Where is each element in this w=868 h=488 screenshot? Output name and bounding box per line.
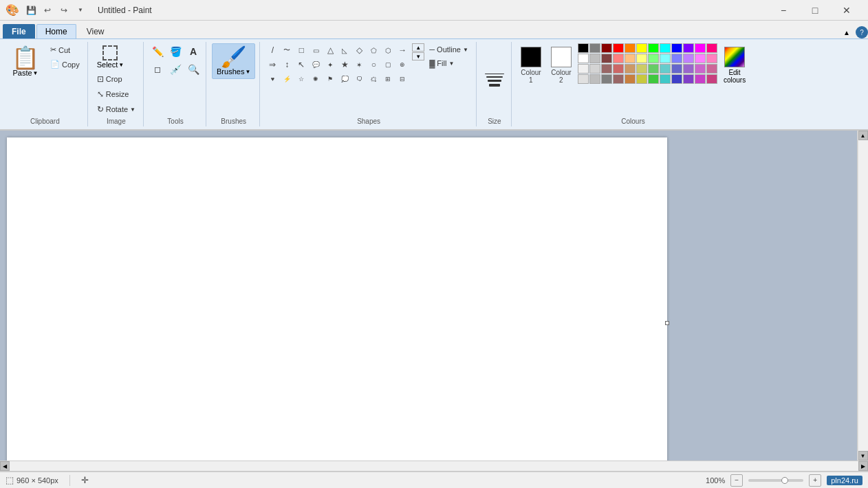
colour1-button[interactable]: Colour 1	[517, 43, 545, 87]
palette-color-3-7[interactable]	[648, 64, 659, 74]
close-button[interactable]: ✕	[831, 0, 862, 21]
pencil-tool[interactable]: ✏️	[149, 43, 166, 60]
palette-color-3-9[interactable]	[671, 64, 682, 74]
canvas-handle-right[interactable]	[665, 321, 669, 325]
palette-color-3-5[interactable]	[625, 64, 636, 74]
resize-button[interactable]: ⤡ Resize	[94, 87, 133, 101]
shape-tri[interactable]: △	[323, 43, 337, 57]
fill-tool[interactable]: 🪣	[167, 43, 184, 60]
shape-curve[interactable]: 〜	[280, 43, 294, 57]
rotate-dropdown-arrow[interactable]: ▼	[130, 107, 135, 113]
palette-color-1-2[interactable]	[589, 43, 600, 53]
palette-color-2-5[interactable]	[625, 54, 636, 63]
palette-color-4-3[interactable]	[601, 74, 612, 84]
shape-ellipse[interactable]: ○	[367, 58, 380, 71]
size-selector[interactable]	[482, 71, 507, 89]
palette-color-4-7[interactable]	[648, 74, 659, 84]
palette-color-4-5[interactable]	[625, 74, 636, 84]
shape-diamond[interactable]: ◇	[352, 43, 366, 57]
palette-color-1-3[interactable]	[601, 43, 612, 53]
shape-star5[interactable]: ★	[338, 58, 351, 71]
tab-home[interactable]: Home	[36, 24, 76, 38]
eraser-tool[interactable]: ◻	[149, 61, 166, 78]
palette-color-2-3[interactable]	[601, 54, 612, 63]
brushes-button[interactable]: 🖌️ Brushes ▼	[212, 43, 255, 79]
minimize-button[interactable]: −	[768, 0, 799, 21]
shape-star4[interactable]: ✦	[323, 58, 337, 71]
ribbon-collapse-button[interactable]: ▲	[840, 26, 853, 38]
magnifier-tool[interactable]: 🔍	[185, 61, 202, 78]
shape-rect2[interactable]: ▭	[309, 43, 323, 57]
shape-pent[interactable]: ⬠	[367, 43, 380, 57]
palette-color-2-2[interactable]	[589, 54, 600, 63]
scrollbar-bottom[interactable]: ◀ ▶	[0, 461, 868, 472]
shape-custom1[interactable]: ⊞	[381, 72, 395, 86]
shape-star6[interactable]: ✶	[352, 58, 366, 71]
shape-heart[interactable]: ♥	[265, 72, 279, 86]
rotate-button[interactable]: ↻ Rotate ▼	[94, 102, 139, 116]
palette-color-1-8[interactable]	[660, 43, 671, 53]
palette-color-2-12[interactable]	[706, 54, 717, 63]
shape-callout1[interactable]: 💬	[309, 58, 323, 71]
cut-button[interactable]: ✂ Cut	[47, 43, 83, 56]
palette-color-2-6[interactable]	[636, 54, 647, 63]
fill-button[interactable]: ▓ Fill ▼	[426, 57, 472, 69]
palette-color-1-5[interactable]	[625, 43, 636, 53]
shapes-scroll-down[interactable]: ▼	[412, 52, 424, 60]
colour2-button[interactable]: Colour 2	[547, 43, 575, 87]
palette-color-4-4[interactable]	[613, 74, 624, 84]
shape-lightning[interactable]: ⚡	[280, 72, 294, 86]
palette-color-1-7[interactable]	[648, 43, 659, 53]
shape-callout3[interactable]: 🗨	[352, 72, 366, 86]
palette-color-3-6[interactable]	[636, 64, 647, 74]
scroll-down-button[interactable]: ▼	[858, 451, 868, 461]
redo-button[interactable]: ↪	[56, 3, 72, 18]
palette-color-2-9[interactable]	[671, 54, 682, 63]
palette-color-4-10[interactable]	[683, 74, 694, 84]
palette-color-3-2[interactable]	[589, 64, 600, 74]
shape-callout4[interactable]: 🗯	[367, 72, 380, 86]
zoom-thumb[interactable]	[781, 477, 788, 484]
shape-arrow3[interactable]: ↕	[280, 58, 294, 71]
shape-arrow2[interactable]: ⇒	[265, 58, 279, 71]
scroll-up-button[interactable]: ▲	[858, 131, 868, 140]
palette-color-1-9[interactable]	[671, 43, 682, 53]
zoom-slider[interactable]	[748, 479, 803, 482]
help-button[interactable]: ?	[856, 26, 868, 38]
shape-custom2[interactable]: ⊟	[395, 72, 409, 86]
shape-arrow1[interactable]: →	[395, 43, 409, 57]
paste-button[interactable]: 📋 Paste ▼	[7, 43, 44, 80]
palette-color-2-10[interactable]	[683, 54, 694, 63]
palette-color-4-6[interactable]	[636, 74, 647, 84]
palette-color-2-8[interactable]	[660, 54, 671, 63]
drawing-canvas[interactable]	[7, 137, 667, 461]
shape-flag[interactable]: ⚑	[323, 72, 337, 86]
palette-color-4-9[interactable]	[671, 74, 682, 84]
select-dropdown-arrow[interactable]: ▼	[118, 62, 124, 68]
select-button[interactable]: Select ▼	[94, 43, 128, 71]
outline-button[interactable]: ─ Outline ▼	[426, 43, 472, 56]
paste-dropdown-arrow[interactable]: ▼	[33, 70, 39, 76]
edit-colours-button[interactable]: Edit colours	[720, 43, 749, 87]
palette-color-2-4[interactable]	[613, 54, 624, 63]
zoom-out-button[interactable]: −	[730, 474, 743, 487]
palette-color-1-11[interactable]	[695, 43, 706, 53]
palette-color-1-12[interactable]	[706, 43, 717, 53]
palette-color-4-1[interactable]	[578, 74, 589, 84]
scrollbar-right[interactable]: ▲ ▼	[857, 131, 868, 461]
palette-color-3-10[interactable]	[683, 64, 694, 74]
tab-file[interactable]: File	[3, 24, 35, 38]
palette-color-4-8[interactable]	[660, 74, 671, 84]
palette-color-2-1[interactable]	[578, 54, 589, 63]
palette-color-1-6[interactable]	[636, 43, 647, 53]
shape-rtri[interactable]: ◺	[338, 43, 351, 57]
palette-color-2-7[interactable]	[648, 54, 659, 63]
maximize-button[interactable]: □	[799, 0, 831, 21]
tab-view[interactable]: View	[78, 24, 113, 38]
save-button[interactable]: 💾	[23, 3, 39, 18]
palette-color-1-1[interactable]	[578, 43, 589, 53]
shapes-scroll-up[interactable]: ▲	[412, 43, 424, 52]
palette-color-3-12[interactable]	[706, 64, 717, 74]
shape-burst[interactable]: ✺	[309, 72, 323, 86]
shape-more[interactable]: ⊕	[395, 58, 409, 71]
